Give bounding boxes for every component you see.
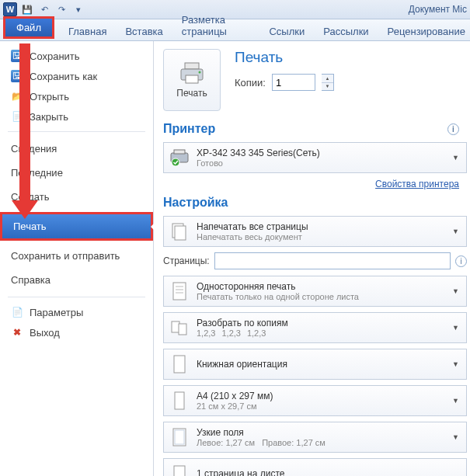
pages-input[interactable]: [214, 252, 451, 269]
svg-point-3: [199, 71, 201, 74]
print-heading: Печать: [235, 49, 334, 66]
svg-rect-0: [185, 63, 199, 69]
margins-selector[interactable]: Узкие поля Левое: 1,27 см Правое: 1,27 с…: [163, 422, 467, 453]
sidebar-separator: [8, 297, 145, 297]
svg-rect-16: [175, 392, 184, 409]
sheet-icon: [169, 462, 190, 476]
dropdown-subtitle: 21 см x 29,7 см: [197, 401, 452, 411]
qat-customize-icon[interactable]: ▾: [71, 2, 85, 16]
sidebar-item-label: Сохранить как: [30, 71, 97, 82]
sidebar-item-label: Сохранить и отправить: [11, 250, 120, 262]
sidebar-item-label: Открыть: [30, 91, 69, 102]
undo-qat-icon[interactable]: ↶: [37, 2, 51, 16]
sidebar-item-label: Печать: [13, 221, 47, 232]
sidebar-item-label: Выход: [30, 327, 60, 339]
exit-icon: ✖: [11, 326, 23, 339]
save-icon: 🖫: [11, 50, 23, 62]
svg-rect-14: [179, 324, 186, 335]
copies-input[interactable]: [272, 74, 315, 91]
sidebar-item-save-as[interactable]: 🖫 Сохранить как: [0, 66, 153, 86]
printer-section-heading: Принтер i: [163, 122, 467, 136]
chevron-down-icon: ▼: [452, 324, 461, 332]
sidebar-item-options[interactable]: 📄 Параметры: [0, 302, 153, 322]
tab-file[interactable]: Файл: [3, 16, 54, 39]
sidebar-item-share[interactable]: Сохранить и отправить: [0, 244, 153, 268]
sidebar-item-save[interactable]: 🖫 Сохранить: [0, 46, 153, 66]
sidebar-item-recent[interactable]: Последние: [0, 161, 153, 185]
sidebar-item-label: Закрыть: [30, 111, 68, 123]
sidebar-item-label: Параметры: [30, 307, 83, 318]
svg-rect-19: [174, 466, 185, 476]
collate-selector[interactable]: Разобрать по копиям 1,2,31,2,31,2,3 ▼: [163, 312, 467, 343]
dropdown-subtitle: Левое: 1,27 см Правое: 1,27 см: [197, 438, 452, 447]
open-icon: 📂: [11, 90, 23, 102]
sidebar-item-exit[interactable]: ✖ Выход: [0, 322, 153, 342]
dropdown-title: A4 (210 x 297 мм): [197, 391, 452, 401]
svg-rect-15: [174, 356, 185, 373]
backstage-view: 🖫 Сохранить 🖫 Сохранить как 📂 Открыть 📄 …: [0, 41, 470, 476]
paper-size-selector[interactable]: A4 (210 x 297 мм) 21 см x 29,7 см ▼: [163, 385, 467, 416]
sidebar-item-label: Сведения: [11, 143, 57, 155]
document-title: Документ Miс: [409, 4, 470, 15]
dropdown-title: Напечатать все страницы: [197, 221, 452, 232]
pages-per-sheet-selector[interactable]: 1 страница на листе: [163, 458, 467, 476]
tab-references[interactable]: Ссылки: [264, 23, 309, 40]
sidebar-item-open[interactable]: 📂 Открыть: [0, 86, 153, 106]
word-app-icon: W: [3, 2, 17, 16]
printer-status-icon: [169, 146, 190, 169]
print-button-label: Печать: [176, 88, 207, 99]
sidebar-separator: [8, 131, 145, 132]
paper-icon: [169, 389, 190, 412]
collate-icon: [169, 316, 190, 339]
redo-qat-icon[interactable]: ↷: [54, 2, 68, 16]
print-range-selector[interactable]: Напечатать все страницы Напечатать весь …: [163, 216, 467, 247]
selection-notch: [151, 221, 157, 233]
settings-section-heading: Настройка: [163, 196, 467, 210]
sides-selector[interactable]: Односторонняя печать Печатать только на …: [163, 276, 467, 307]
ribbon-tabs: Файл Главная Вставка Разметка страницы С…: [0, 19, 470, 41]
pages-icon: [169, 220, 190, 243]
tab-insert[interactable]: Вставка: [120, 23, 167, 40]
copies-label: Копии:: [235, 77, 266, 89]
margins-icon: [169, 426, 190, 449]
dropdown-title: 1 страница на листе: [197, 468, 461, 476]
tab-review[interactable]: Рецензирование: [383, 23, 470, 40]
sidebar-item-label: Справка: [11, 274, 50, 286]
sidebar-item-label: Создать: [11, 191, 49, 203]
copies-spinner[interactable]: ▲▼: [322, 74, 334, 91]
chevron-down-icon: ▼: [452, 397, 461, 405]
sidebar-item-close[interactable]: 📄 Закрыть: [0, 106, 153, 127]
info-icon[interactable]: i: [455, 255, 467, 267]
backstage-sidebar: 🖫 Сохранить 🖫 Сохранить как 📂 Открыть 📄 …: [0, 41, 154, 476]
dropdown-title: Книжная ориентация: [197, 359, 452, 370]
tab-home[interactable]: Главная: [64, 23, 111, 40]
tab-page-layout[interactable]: Разметка страницы: [177, 11, 256, 40]
sidebar-item-help[interactable]: Справка: [0, 268, 153, 292]
dropdown-subtitle: 1,2,31,2,31,2,3: [197, 328, 452, 338]
svg-rect-9: [173, 283, 186, 300]
dropdown-title: Разобрать по копиям: [197, 318, 452, 328]
printer-properties-link[interactable]: Свойства принтера: [375, 179, 459, 189]
printer-status: Готово: [197, 158, 452, 168]
dropdown-title: Односторонняя печать: [197, 281, 452, 292]
dropdown-subtitle: Печатать только на одной стороне листа: [197, 292, 452, 301]
save-qat-icon[interactable]: 💾: [20, 2, 34, 16]
dropdown-subtitle: Напечатать весь документ: [197, 232, 452, 241]
sidebar-item-print[interactable]: Печать: [0, 212, 153, 241]
svg-rect-2: [186, 75, 198, 83]
info-icon[interactable]: i: [447, 123, 459, 135]
dropdown-title: Узкие поля: [197, 427, 452, 438]
chevron-down-icon: ▼: [452, 287, 461, 295]
print-button[interactable]: Печать: [163, 49, 221, 111]
orientation-selector[interactable]: Книжная ориентация ▼: [163, 349, 467, 380]
printer-icon: [179, 61, 205, 85]
sidebar-item-info[interactable]: Сведения: [0, 137, 153, 161]
close-icon: 📄: [11, 110, 23, 123]
printer-name: XP-342 343 345 Series(Сеть): [197, 148, 452, 158]
sidebar-item-new[interactable]: Создать: [0, 185, 153, 209]
tab-mailings[interactable]: Рассылки: [319, 23, 373, 40]
options-icon: 📄: [11, 306, 23, 318]
chevron-down-icon: ▼: [452, 154, 461, 162]
printer-selector[interactable]: XP-342 343 345 Series(Сеть) Готово ▼: [163, 142, 467, 173]
chevron-down-icon: ▼: [452, 360, 461, 368]
